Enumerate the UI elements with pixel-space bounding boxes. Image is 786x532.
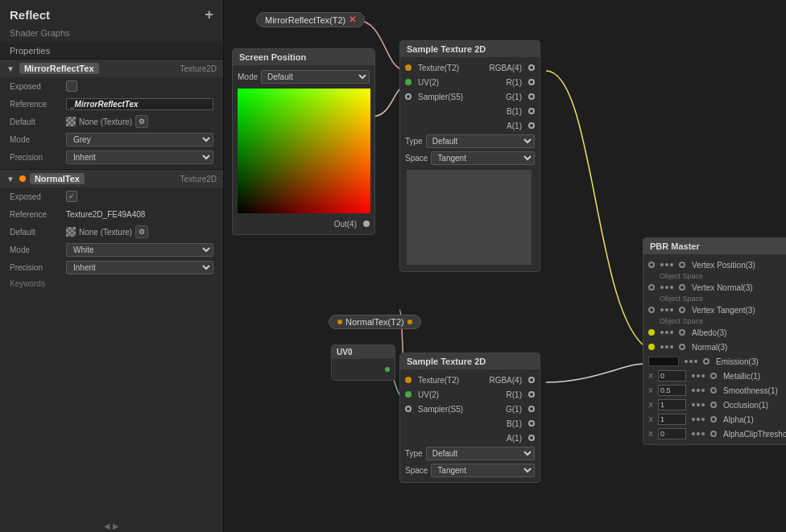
- mirror-pill-close[interactable]: ✕: [349, 14, 356, 25]
- tex-top-a-out-port[interactable]: [528, 122, 535, 129]
- pbr-albedo-in-port2[interactable]: [679, 329, 685, 336]
- pbr-alphaclip-in-port[interactable]: [710, 431, 717, 437]
- pbr-albedo-in-port[interactable]: [648, 329, 655, 336]
- tex-bot-uv-row: UV(2) R(1): [400, 387, 540, 402]
- uv0-node: UV0: [331, 344, 395, 381]
- tex-top-preview: [407, 170, 532, 265]
- node2-mode-dropdown[interactable]: White: [66, 243, 213, 257]
- tex-bot-r-out-port[interactable]: [528, 391, 535, 398]
- uv0-out-port[interactable]: [385, 367, 390, 372]
- pbr-occlusion-x: X: [648, 401, 655, 409]
- keywords-label: Keywords: [0, 276, 223, 291]
- canvas-area: MirrorReflectTex(T2) ✕ Screen Position M…: [224, 0, 786, 532]
- pbr-occlusion-in-port[interactable]: [710, 402, 717, 408]
- node2-settings-button[interactable]: ⚙: [135, 225, 148, 238]
- tex-top-uv-row: UV(2) R(1): [400, 75, 540, 89]
- tex-top-uv-in-port[interactable]: [405, 79, 412, 85]
- pbr-master-body: Vertex Position(3) Object Space Vertex N…: [643, 254, 786, 444]
- tex-bot-g-out-port[interactable]: [528, 406, 535, 412]
- normaltex-pill[interactable]: NormalTex(T2): [329, 315, 421, 329]
- pbr-vertex-pos-in-port2[interactable]: [679, 262, 685, 268]
- tex-bot-rgba-out-port[interactable]: [528, 377, 535, 383]
- pbr-smoothness-input[interactable]: [658, 385, 686, 396]
- screen-pos-mode-select[interactable]: Default: [261, 70, 370, 84]
- tex-bot-b-label: B(1): [507, 419, 522, 428]
- node1-default-value: None (Texture): [79, 118, 132, 126]
- pbr-normal-in-port2[interactable]: [679, 344, 685, 350]
- pbr-vertex-tangent-in-port[interactable]: [648, 307, 655, 313]
- pbr-vertex-pos-in-port[interactable]: [648, 262, 655, 268]
- node1-exposed-checkbox[interactable]: [66, 80, 77, 92]
- add-property-button[interactable]: +: [205, 6, 213, 23]
- tex-bot-type-label: Type: [405, 449, 423, 458]
- node1-reference-input[interactable]: [66, 98, 213, 110]
- node1-settings-button[interactable]: ⚙: [135, 115, 148, 128]
- pbr-metallic-label: Metallic(1): [723, 372, 786, 381]
- tex-top-texture-in-port[interactable]: [405, 64, 412, 71]
- sidebar-title-text: Reflect: [10, 8, 50, 22]
- node2-reference-value: Texture2D_FE49A408: [66, 210, 213, 219]
- node2-header[interactable]: ▼ NormalTex Texture2D: [0, 169, 223, 188]
- normaltex-pill-right-port[interactable]: [407, 320, 412, 324]
- tex-bot-uv-in-port[interactable]: [405, 391, 412, 398]
- tex-top-rgba-out-port[interactable]: [528, 64, 535, 71]
- screen-pos-out-row: Out(4): [233, 217, 374, 231]
- pbr-normal-in-port[interactable]: [648, 344, 655, 350]
- tex-top-b-out-port[interactable]: [528, 108, 535, 114]
- node2-exposed-checkbox[interactable]: [66, 191, 77, 202]
- tex-top-a-row: A(1): [400, 118, 540, 133]
- pbr-emission-dots: [685, 360, 697, 363]
- node2-exposed-row: Exposed: [0, 188, 223, 205]
- node1-mode-dropdown[interactable]: Grey: [66, 133, 213, 146]
- tex-top-space-row: Space Tangent: [400, 150, 540, 167]
- tex-top-type-label: Type: [405, 137, 423, 146]
- pbr-vertex-normal-label: Vertex Normal(3): [692, 283, 786, 292]
- node2-name: NormalTex: [30, 173, 85, 184]
- pbr-vertex-normal-in-port2[interactable]: [679, 284, 685, 291]
- mirror-reflecttex-pill[interactable]: MirrorReflectTex(T2) ✕: [256, 12, 365, 27]
- pbr-alpha-input[interactable]: [658, 414, 686, 425]
- pbr-metallic-input[interactable]: [658, 370, 686, 381]
- pbr-smoothness-in-port[interactable]: [710, 387, 717, 394]
- normaltex-pill-left-port[interactable]: [337, 320, 342, 324]
- node2-mode-row: Mode White: [0, 241, 223, 258]
- tex-top-sampler-in-port[interactable]: [405, 93, 412, 100]
- tex-top-g-out-port[interactable]: [528, 93, 535, 100]
- tex-bot-texture-row: Texture(T2) RGBA(4): [400, 373, 540, 387]
- tex-bot-space-select[interactable]: Tangent: [431, 464, 535, 477]
- node2-precision-dropdown[interactable]: Inherit: [66, 261, 213, 274]
- pbr-vertex-tangent-in-port2[interactable]: [679, 307, 685, 313]
- tex-top-type-select[interactable]: Default: [426, 134, 535, 148]
- sample-texture-bot-title: Sample Texture 2D: [400, 353, 540, 369]
- screen-pos-out-port[interactable]: [363, 221, 370, 227]
- pbr-occlusion-input[interactable]: [658, 399, 686, 410]
- tex-top-sampler-label: Sampler(S5): [418, 93, 463, 101]
- tex-bot-texture-in-port[interactable]: [405, 377, 412, 383]
- tex-top-r-out-port[interactable]: [528, 79, 535, 85]
- pbr-emission-in-port[interactable]: [703, 358, 709, 365]
- tex-bot-sampler-in-port[interactable]: [405, 406, 412, 412]
- tex-bot-b-out-port[interactable]: [528, 420, 535, 427]
- node2-reference-row: Reference Texture2D_FE49A408: [0, 205, 223, 223]
- pbr-alphaclip-input[interactable]: [658, 428, 686, 439]
- uv0-title: UV0: [332, 345, 395, 359]
- node2-mode-label: Mode: [10, 245, 66, 254]
- pbr-alpha-in-port[interactable]: [710, 416, 717, 423]
- tex-top-space-select[interactable]: Tangent: [431, 151, 535, 165]
- pbr-alpha-label: Alpha(1): [723, 415, 786, 424]
- pbr-metallic-x: X: [648, 372, 655, 380]
- pbr-alpha-row: X Alpha(1): [643, 412, 786, 427]
- tex-bot-type-select[interactable]: Default: [426, 447, 535, 460]
- pbr-smoothness-label: Smoothness(1): [723, 386, 786, 395]
- pbr-metallic-in-port[interactable]: [710, 373, 717, 379]
- sample-texture-top-node: Sample Texture 2D Texture(T2) RGBA(4) UV…: [399, 40, 540, 272]
- pbr-vertex-normal-in-port[interactable]: [648, 284, 655, 291]
- tex-bot-a-out-port[interactable]: [528, 435, 535, 441]
- pbr-vertex-pos-dots: [660, 263, 673, 266]
- node1-header[interactable]: ▼ MirrorReflectTex Texture2D: [0, 59, 223, 77]
- sample-texture-bot-node: Sample Texture 2D Texture(T2) RGBA(4) UV…: [399, 353, 540, 483]
- node1-precision-dropdown[interactable]: Inherit: [66, 151, 213, 164]
- tex-top-texture-label: Texture(T2): [418, 64, 459, 72]
- tex-bot-space-row: Space Tangent: [400, 462, 540, 479]
- gradient-preview: [238, 89, 370, 213]
